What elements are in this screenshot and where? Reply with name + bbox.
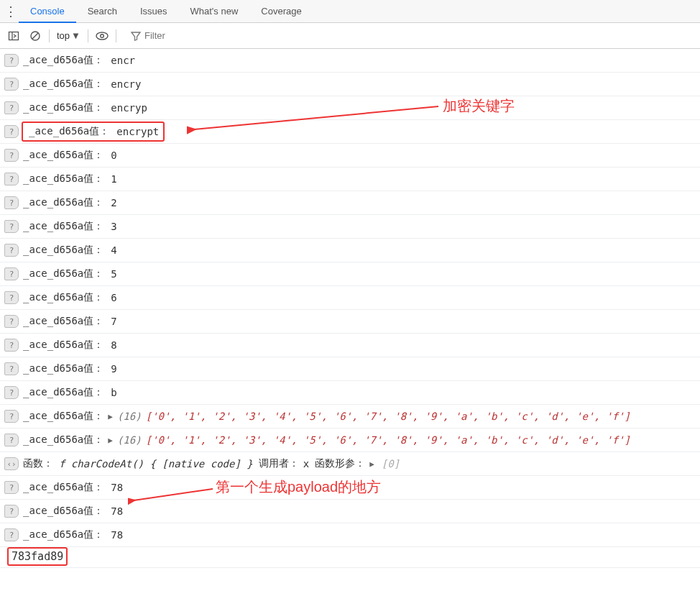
tab-whatsnew[interactable]: What's new [178, 0, 249, 23]
log-badge-icon: ? [4, 101, 19, 114]
fn-signature: f charCodeAt() { [native code] } [59, 458, 253, 469]
log-value: encrypt [116, 126, 159, 137]
log-row: ?_ace_d656a值：2 [0, 191, 700, 215]
log-label: _ace_d656a值： [23, 54, 103, 67]
tab-coverage[interactable]: Coverage [249, 0, 313, 23]
log-row: ?_ace_d656a值：6 [0, 286, 700, 310]
log-label: _ace_d656a值： [23, 173, 103, 185]
svg-point-5 [101, 34, 104, 37]
log-label: _ace_d656a值： [23, 528, 103, 541]
log-row: ?_ace_d656a值：9 [0, 357, 700, 381]
log-value: 7 [111, 316, 116, 327]
filter-icon [129, 31, 143, 41]
log-row: ?_ace_d656a值：78 [0, 476, 700, 500]
log-row: ?_ace_d656a值：1 [0, 168, 700, 191]
log-label: _ace_d656a值： [23, 434, 103, 446]
expand-icon[interactable]: ▶ [108, 412, 113, 421]
log-row: ?_ace_d656a值：78 [0, 523, 700, 547]
log-label: _ace_d656a值： [29, 125, 109, 138]
context-label: top [57, 30, 70, 41]
svg-marker-6 [132, 32, 140, 40]
log-value: 4 [111, 244, 116, 256]
tab-issues[interactable]: Issues [129, 0, 179, 23]
log-badge-icon: ? [4, 291, 19, 304]
log-value: encr [111, 55, 135, 66]
log-value: 78 [111, 529, 123, 541]
fn-args: [0] [382, 458, 400, 469]
log-badge-icon: ? [4, 434, 19, 446]
log-value: 78 [111, 482, 123, 493]
fn-args-label: 函数形参： [315, 457, 365, 470]
filter-input[interactable] [143, 28, 344, 44]
log-row: ?_ace_d656a值：78 [0, 500, 700, 523]
log-label: _ace_d656a值： [23, 505, 103, 518]
log-value: 78 [111, 505, 123, 517]
array-preview: ['0', '1', '2', '3', '4', '5', '6', '7',… [146, 434, 630, 446]
log-label: _ace_d656a值： [23, 291, 103, 304]
log-label: _ace_d656a值： [23, 410, 103, 423]
log-label: _ace_d656a值： [23, 78, 103, 91]
svg-rect-0 [9, 32, 19, 40]
log-value: encry [111, 78, 141, 90]
array-length: (16) [117, 411, 142, 422]
log-value: 6 [111, 292, 116, 303]
log-row: ?_ace_d656a值：8 [0, 334, 700, 357]
log-badge-icon: ? [4, 54, 19, 67]
expand-icon[interactable]: ▶ [108, 436, 113, 445]
log-value: 5 [111, 268, 116, 280]
log-badge-icon: ? [4, 362, 19, 375]
log-row: ?_ace_d656a值：0 [0, 144, 700, 168]
clear-console-icon[interactable] [26, 27, 45, 45]
fn-caller-label: 调用者： [259, 457, 299, 470]
tab-search[interactable]: Search [76, 0, 129, 23]
log-value: b [111, 387, 116, 398]
log-badge-icon: ? [4, 339, 19, 352]
log-value: 1 [111, 173, 116, 185]
live-expression-icon[interactable] [93, 27, 111, 45]
log-badge-eval-icon: ‹› [4, 457, 19, 470]
log-badge-icon: ? [4, 244, 19, 257]
array-length: (16) [117, 434, 142, 446]
kebab-menu[interactable]: ⋮ [3, 0, 19, 23]
log-row: ?_ace_d656a值：encryp [0, 96, 700, 120]
log-badge-icon: ? [4, 149, 19, 162]
log-label: _ace_d656a值： [23, 386, 103, 399]
log-label: _ace_d656a值： [23, 481, 103, 494]
log-row: ?_ace_d656a值：encr [0, 49, 700, 73]
svg-point-4 [96, 32, 108, 40]
log-row: ?_ace_d656a值：encrypt [0, 120, 700, 144]
log-label: _ace_d656a值： [23, 362, 103, 375]
log-value: 3 [111, 221, 116, 232]
log-row: ?_ace_d656a值：5 [0, 262, 700, 286]
log-label: _ace_d656a值： [23, 196, 103, 209]
log-badge-icon: ? [4, 78, 19, 91]
log-row: ?_ace_d656a值：encry [0, 73, 700, 96]
log-row: ?_ace_d656a值：3 [0, 215, 700, 239]
array-preview: ['0', '1', '2', '3', '4', '5', '6', '7',… [146, 411, 630, 422]
log-label: _ace_d656a值： [23, 267, 103, 280]
expand-icon[interactable]: ▶ [369, 459, 374, 469]
tab-console[interactable]: Console [19, 0, 76, 23]
toolbar-divider [88, 29, 88, 42]
log-value: 8 [111, 339, 116, 351]
log-label: _ace_d656a值： [23, 315, 103, 328]
console-hash-row: 783fad89 [0, 547, 700, 568]
devtools-tabbar: ⋮ Console Search Issues What's new Cover… [0, 0, 700, 23]
console-toolbar: top ▼ [0, 23, 700, 49]
log-row: ?_ace_d656a值：▶(16)['0', '1', '2', '3', '… [0, 429, 700, 452]
log-badge-icon: ? [4, 315, 19, 328]
log-badge-icon: ? [4, 528, 19, 541]
context-selector[interactable]: top ▼ [54, 30, 83, 41]
fn-prefix: 函数： [23, 457, 53, 470]
fn-caller: x [303, 458, 309, 469]
log-badge-icon: ? [4, 125, 19, 138]
log-row: ?_ace_d656a值：4 [0, 239, 700, 262]
toggle-sidebar-icon[interactable] [4, 27, 23, 45]
filter-box [128, 27, 372, 45]
log-badge-icon: ? [4, 386, 19, 399]
chevron-down-icon: ▼ [71, 30, 80, 41]
log-label: _ace_d656a值： [23, 101, 103, 114]
log-label: _ace_d656a值： [23, 149, 103, 162]
log-value: 2 [111, 197, 116, 209]
log-value: 0 [111, 150, 116, 161]
